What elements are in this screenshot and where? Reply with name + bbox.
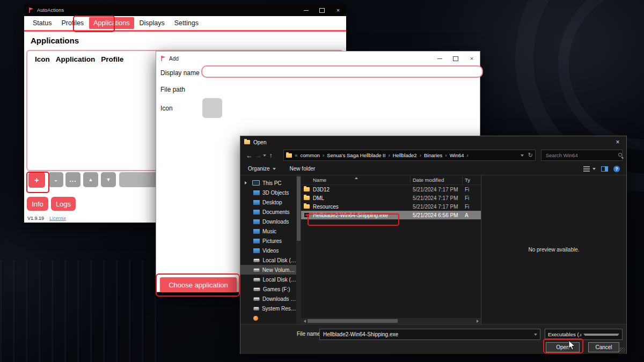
scrollbar-thumb[interactable] — [308, 319, 398, 323]
breadcrumb-item[interactable]: Win64 — [450, 152, 464, 158]
sidebar-item-documents[interactable]: Documents — [240, 207, 296, 217]
videos-icon — [253, 248, 260, 253]
cancel-button[interactable]: Cancel — [588, 342, 619, 352]
sidebar-item-label: Music — [262, 228, 276, 234]
breadcrumb-separator: › — [323, 152, 324, 158]
close-icon[interactable]: × — [464, 51, 480, 65]
scrollbar-thumb[interactable] — [297, 176, 301, 241]
file-row[interactable]: D3D12 5/21/2024 7:17 PM Fi — [301, 185, 481, 194]
disabled-action-button[interactable] — [119, 172, 158, 187]
tab-settings[interactable]: Settings — [170, 17, 203, 29]
file-row[interactable]: Resources 5/21/2024 7:17 PM Fi — [301, 202, 481, 211]
sidebar-item-local-disk-c[interactable]: Local Disk (C:) — [240, 255, 296, 265]
sidebar-item-music[interactable]: Music — [240, 226, 296, 236]
executable-icon — [304, 212, 310, 218]
minimize-icon[interactable] — [431, 51, 448, 65]
license-link[interactable]: License — [49, 216, 66, 221]
move-down-button[interactable]: ▼ — [101, 172, 116, 187]
breadcrumb-item[interactable]: Hellblade2 — [393, 152, 417, 158]
address-dropdown-icon[interactable] — [521, 154, 524, 158]
help-icon[interactable]: ? — [613, 166, 620, 172]
sidebar-item-desktop[interactable]: Desktop — [240, 197, 296, 207]
sidebar-item-pictures[interactable]: Pictures — [240, 236, 296, 246]
sidebar-scrollbar[interactable] — [296, 175, 301, 324]
organize-button[interactable]: Organize — [248, 166, 276, 172]
documents-icon — [253, 210, 260, 215]
column-header-name[interactable]: Name — [313, 177, 326, 183]
sidebar-item-label: 3D Objects — [262, 190, 289, 196]
tab-applications[interactable]: Applications — [89, 17, 134, 29]
horizontal-scrollbar[interactable] — [301, 318, 481, 324]
file-type-dropdown[interactable]: Executables (.exe) (*.exe) — [545, 329, 623, 340]
sidebar-item-downloads-g[interactable]: Downloads (G:) — [240, 294, 296, 304]
tab-profiles[interactable]: Profiles — [57, 17, 88, 29]
sidebar-item-local-disk-e[interactable]: Local Disk (E:) — [240, 275, 296, 284]
remove-application-button[interactable]: - — [48, 172, 63, 187]
file-name-input[interactable] — [320, 331, 534, 337]
wallpaper-fence-shape — [0, 260, 161, 362]
move-up-button[interactable]: ▲ — [83, 172, 98, 187]
add-application-button[interactable]: + — [28, 172, 45, 188]
breadcrumb-prefix[interactable]: « — [295, 152, 298, 158]
browse-button[interactable]: ... — [65, 172, 80, 187]
window-title: Open — [253, 139, 266, 145]
sidebar-item-label: Local Disk (E:) — [263, 277, 296, 283]
file-list: Name Date modified Ty D3D12 5/21/2024 7:… — [301, 175, 481, 324]
maximize-icon[interactable] — [314, 4, 330, 16]
sidebar-item-videos[interactable]: Videos — [240, 246, 296, 255]
column-header-type[interactable]: Ty — [465, 177, 470, 183]
add-dialog-titlebar: Add × — [156, 51, 480, 65]
file-type-value: Executables (.exe) (*.exe) — [548, 331, 581, 337]
sidebar-item-this-pc[interactable]: This PC — [240, 178, 296, 188]
file-date: 5/21/2024 7:17 PM — [413, 187, 458, 193]
breadcrumb-item[interactable]: Binaries — [424, 152, 442, 158]
sidebar-item-games-f[interactable]: Games (F:) — [240, 284, 296, 294]
refresh-icon[interactable]: ↻ — [528, 152, 533, 159]
breadcrumb-item[interactable]: common — [301, 152, 320, 158]
minimize-icon[interactable] — [298, 4, 314, 16]
address-bar[interactable]: « common › Senua's Saga Hellblade II › H… — [283, 150, 536, 161]
back-icon[interactable]: ← — [245, 152, 254, 159]
sidebar-item-downloads[interactable]: Downloads — [240, 217, 296, 226]
info-button[interactable]: Info — [27, 197, 48, 211]
icon-picker[interactable] — [202, 98, 222, 118]
expander-icon[interactable] — [245, 181, 248, 184]
chevron-down-icon — [592, 168, 596, 172]
sidebar-item-new-volume-d[interactable]: New Volume (D: — [240, 265, 296, 275]
sidebar-item-system-reserved[interactable]: System Reserved — [240, 304, 296, 313]
forward-icon[interactable]: → — [254, 152, 263, 159]
sidebar-item-partial[interactable] — [240, 313, 296, 323]
search-box[interactable] — [541, 150, 623, 161]
3d-objects-icon — [253, 190, 260, 195]
preview-pane-toggle-icon[interactable] — [601, 166, 608, 172]
breadcrumb-item[interactable]: Senua's Saga Hellblade II — [327, 152, 385, 158]
chevron-down-icon[interactable] — [534, 334, 537, 337]
maximize-icon[interactable] — [448, 51, 464, 65]
tab-displays[interactable]: Displays — [135, 17, 169, 29]
file-type: Fi — [465, 187, 469, 193]
file-row-selected[interactable]: Hellblade2-Win64-Shipping.exe 5/21/2024 … — [301, 211, 481, 219]
new-folder-button[interactable]: New folder — [290, 166, 316, 172]
window-title: Add — [169, 56, 179, 62]
file-name: D3D12 — [313, 187, 330, 193]
file-row[interactable]: DML 5/21/2024 7:17 PM Fi — [301, 194, 481, 202]
view-options-button[interactable] — [583, 166, 596, 172]
tab-status[interactable]: Status — [28, 17, 56, 29]
choose-application-button[interactable]: Choose application — [160, 277, 237, 292]
close-icon[interactable]: × — [609, 136, 626, 148]
search-input[interactable] — [545, 152, 618, 159]
sidebar-item-label: Videos — [262, 248, 279, 254]
resize-grip[interactable] — [620, 348, 625, 353]
logs-button[interactable]: Logs — [51, 197, 76, 211]
column-header-icon: Icon — [35, 55, 50, 63]
file-type: A — [465, 212, 469, 218]
display-name-input[interactable] — [201, 65, 483, 78]
column-header-date-modified[interactable]: Date modified — [413, 177, 444, 183]
close-icon[interactable]: × — [330, 4, 346, 16]
scroll-right-icon[interactable] — [477, 320, 480, 323]
sidebar-item-3d-objects[interactable]: 3D Objects — [240, 188, 296, 197]
icon-label: Icon — [160, 105, 173, 112]
up-icon[interactable]: ↑ — [266, 152, 275, 159]
file-name-combo[interactable] — [319, 329, 540, 340]
scroll-left-icon[interactable] — [302, 320, 306, 323]
